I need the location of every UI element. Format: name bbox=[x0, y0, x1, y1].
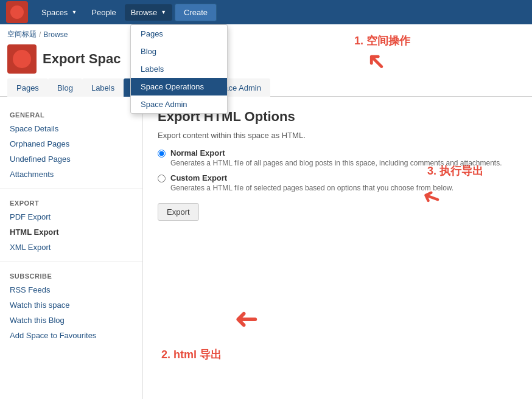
sidebar-item-orphaned-pages[interactable]: Orphaned Pages bbox=[0, 136, 142, 151]
export-button[interactable]: Export bbox=[158, 203, 199, 221]
browse-dropdown: Pages Blog Labels Space Operations Space… bbox=[130, 24, 228, 114]
sidebar-item-xml-export[interactable]: XML Export bbox=[0, 240, 142, 255]
sidebar-item-html-export[interactable]: HTML Export bbox=[0, 224, 142, 240]
people-button[interactable]: People bbox=[85, 4, 122, 21]
tab-pages[interactable]: Pages bbox=[7, 78, 48, 97]
sidebar-item-space-details[interactable]: Space Details bbox=[0, 121, 142, 136]
sidebar-item-add-favourites[interactable]: Add Space to Favourites bbox=[0, 328, 142, 343]
content-area: Export HTML Options Export content withi… bbox=[143, 97, 532, 399]
spaces-caret: ▼ bbox=[71, 9, 77, 15]
logo-inner bbox=[10, 5, 24, 19]
tab-labels[interactable]: Labels bbox=[82, 78, 124, 97]
sidebar-item-watch-blog[interactable]: Watch this Blog bbox=[0, 313, 142, 328]
space-icon-inner bbox=[13, 50, 31, 68]
normal-export-label: Normal Export bbox=[170, 148, 502, 158]
main-layout: GENERAL Space Details Orphaned Pages Und… bbox=[0, 97, 532, 399]
dropdown-item-labels[interactable]: Labels bbox=[131, 60, 227, 78]
normal-export-desc: Generates a HTML file of all pages and b… bbox=[170, 159, 502, 167]
browse-caret: ▼ bbox=[161, 9, 166, 15]
sidebar-divider-2 bbox=[0, 261, 142, 262]
spaces-button[interactable]: Spaces ▼ bbox=[35, 4, 83, 21]
custom-export-radio[interactable] bbox=[158, 175, 166, 182]
space-icon bbox=[7, 44, 37, 74]
tab-bar: Pages Blog Labels Space Operations Space… bbox=[0, 78, 532, 97]
sidebar-divider-1 bbox=[0, 188, 142, 189]
sidebar-item-watch-space[interactable]: Watch this space bbox=[0, 297, 142, 313]
breadcrumb-browse[interactable]: Browse bbox=[43, 30, 68, 39]
breadcrumb-sep: / bbox=[39, 30, 41, 39]
tab-blog[interactable]: Blog bbox=[48, 78, 82, 97]
dropdown-item-blog[interactable]: Blog bbox=[131, 43, 227, 60]
space-title: Export Spac bbox=[43, 51, 121, 67]
sidebar-item-attachments[interactable]: Attachments bbox=[0, 167, 142, 182]
dropdown-item-space-admin[interactable]: Space Admin bbox=[131, 95, 227, 113]
sidebar: GENERAL Space Details Orphaned Pages Und… bbox=[0, 97, 143, 399]
space-header: Export Spac bbox=[0, 42, 532, 78]
sidebar-export-heading: EXPORT bbox=[0, 195, 142, 209]
logo bbox=[6, 1, 28, 23]
sidebar-item-rss-feeds[interactable]: RSS Feeds bbox=[0, 282, 142, 297]
create-button[interactable]: Create bbox=[175, 4, 217, 21]
custom-export-label: Custom Export bbox=[170, 173, 453, 182]
sidebar-item-undefined-pages[interactable]: Undefined Pages bbox=[0, 151, 142, 167]
nav-bar: Spaces ▼ People Browse ▼ Create bbox=[0, 0, 532, 24]
sidebar-item-pdf-export[interactable]: PDF Export bbox=[0, 209, 142, 224]
breadcrumb: 空间标题 / Browse bbox=[0, 24, 532, 42]
browse-button[interactable]: Browse ▼ bbox=[125, 4, 172, 21]
normal-export-radio[interactable] bbox=[158, 150, 166, 158]
sidebar-general-heading: GENERAL bbox=[0, 106, 142, 121]
sidebar-subscribe-heading: SUBSCRIBE bbox=[0, 268, 142, 282]
arrow-2: ➜ bbox=[234, 304, 259, 338]
custom-export-desc: Generates a HTML file of selected pages … bbox=[170, 184, 453, 192]
custom-export-option: Custom Export Generates a HTML file of s… bbox=[158, 173, 517, 192]
dropdown-item-space-ops[interactable]: Space Operations bbox=[131, 78, 227, 95]
annotation-2: 2. html 导出 bbox=[161, 347, 222, 362]
content-description: Export content within this space as HTML… bbox=[158, 131, 517, 140]
top-nav: Spaces ▼ People Browse ▼ Create Pages Bl… bbox=[0, 0, 532, 24]
dropdown-item-pages[interactable]: Pages bbox=[131, 25, 227, 43]
normal-export-option: Normal Export Generates a HTML file of a… bbox=[158, 148, 517, 167]
breadcrumb-home[interactable]: 空间标题 bbox=[7, 29, 37, 40]
